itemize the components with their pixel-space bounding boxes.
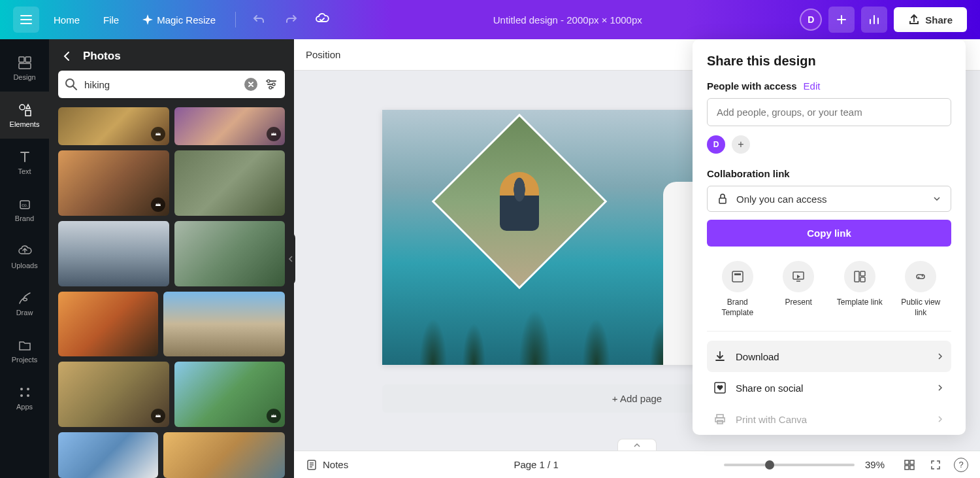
crown-icon	[270, 130, 278, 138]
premium-badge	[267, 127, 281, 141]
nav-design[interactable]: Design	[0, 44, 49, 92]
clear-search-button[interactable]	[244, 78, 257, 91]
zoom-percentage[interactable]: 39%	[865, 459, 891, 470]
svg-point-11	[66, 79, 74, 87]
svg-point-12	[267, 80, 270, 82]
photo-thumb[interactable]	[58, 107, 169, 145]
share-social-option[interactable]: Share on social	[707, 372, 951, 403]
photo-thumb[interactable]	[174, 150, 286, 216]
user-avatar[interactable]: D	[800, 9, 822, 31]
undo-button[interactable]	[246, 7, 272, 33]
magic-resize-menu-item[interactable]: Magic Resize	[133, 9, 225, 31]
expand-pages-tab[interactable]	[617, 439, 657, 451]
photo-row	[58, 432, 285, 478]
access-level-text: Only you can access	[736, 194, 826, 205]
nav-text[interactable]: Text	[0, 139, 49, 186]
panel-title: Photos	[83, 50, 121, 63]
premium-badge	[151, 197, 165, 212]
top-left-group: Home File Magic Resize	[13, 7, 335, 33]
template-link-option[interactable]: Template link	[834, 261, 886, 318]
nav-uploads[interactable]: Uploads	[0, 233, 49, 280]
nav-projects[interactable]: Projects	[0, 327, 49, 374]
cloud-check-icon	[315, 12, 329, 27]
grid-view-button[interactable]	[902, 457, 917, 473]
svg-rect-29	[715, 418, 725, 422]
download-option[interactable]: Download	[707, 341, 951, 372]
notes-icon	[306, 459, 318, 471]
link-icon	[913, 269, 928, 284]
photo-thumb[interactable]	[174, 221, 286, 286]
text-icon	[17, 149, 33, 165]
public-view-option[interactable]: Public view link	[894, 261, 947, 318]
help-button[interactable]: ?	[954, 458, 968, 472]
search-box	[58, 71, 285, 98]
redo-button[interactable]	[278, 7, 304, 33]
photo-thumb[interactable]	[58, 150, 169, 216]
file-menu-item[interactable]: File	[94, 9, 128, 31]
photo-thumb[interactable]	[58, 221, 169, 286]
template-link-icon	[853, 269, 867, 284]
svg-rect-26	[860, 277, 865, 282]
svg-rect-19	[910, 466, 914, 469]
zoom-slider[interactable]	[724, 464, 855, 466]
share-panel-inner: Share this design People with access Edi…	[693, 39, 966, 435]
share-user-avatar[interactable]: D	[707, 135, 725, 154]
add-person-button[interactable]: +	[732, 135, 750, 154]
collapse-panel-button[interactable]	[286, 233, 295, 285]
nav-apps-label: Apps	[16, 403, 33, 411]
copy-link-button[interactable]: Copy link	[707, 220, 951, 247]
photo-thumb[interactable]	[163, 432, 285, 478]
photo-thumb[interactable]	[174, 362, 286, 427]
back-arrow-icon[interactable]	[61, 50, 74, 63]
photo-thumb[interactable]	[174, 107, 286, 145]
notes-button[interactable]: Notes	[306, 459, 348, 471]
share-button[interactable]: Share	[894, 7, 967, 32]
chevron-up-icon	[633, 443, 641, 448]
svg-rect-18	[905, 466, 909, 469]
photo-row	[58, 362, 285, 427]
brand-template-option[interactable]: Brand Template	[711, 261, 764, 318]
elements-icon	[17, 102, 33, 118]
zoom-slider-thumb[interactable]	[765, 460, 774, 469]
brand-template-label: Brand Template	[711, 298, 764, 318]
top-bar: Home File Magic Resize Untitled design -…	[0, 0, 980, 39]
nav-brand[interactable]: co. Brand	[0, 186, 49, 233]
svg-point-10	[27, 394, 29, 397]
access-level-dropdown[interactable]: Only you can access	[707, 186, 951, 212]
position-button[interactable]: Position	[306, 49, 340, 60]
brand-icon: co.	[17, 196, 33, 212]
nav-elements[interactable]: Elements	[0, 92, 49, 139]
print-label: Print with Canva	[736, 414, 807, 425]
filter-icon[interactable]	[264, 77, 278, 92]
share-options-row: Brand Template Present Template link Pub…	[707, 261, 951, 332]
svg-point-7	[20, 388, 23, 390]
search-input[interactable]	[84, 79, 238, 90]
add-people-input[interactable]	[707, 98, 951, 126]
search-icon	[65, 78, 78, 91]
edit-access-link[interactable]: Edit	[804, 80, 821, 92]
print-option[interactable]: Print with Canva	[707, 403, 951, 435]
present-option[interactable]: Present	[772, 261, 825, 318]
fullscreen-button[interactable]	[928, 457, 943, 473]
analytics-button[interactable]	[861, 7, 887, 33]
heart-icon	[713, 381, 727, 394]
template-icon	[730, 269, 745, 284]
hamburger-icon	[20, 13, 33, 26]
home-menu-item[interactable]: Home	[44, 9, 89, 31]
photo-thumb[interactable]	[58, 362, 169, 427]
svg-rect-20	[719, 198, 726, 203]
photo-thumb[interactable]	[163, 292, 285, 357]
cloud-sync-button[interactable]	[309, 7, 335, 33]
crown-icon	[154, 412, 162, 420]
page-indicator[interactable]: Page 1 / 1	[359, 459, 713, 470]
uploads-icon	[17, 243, 33, 259]
nav-apps[interactable]: Apps	[0, 374, 49, 421]
share-panel: Share this design People with access Edi…	[693, 39, 966, 435]
hamburger-menu-button[interactable]	[13, 7, 39, 33]
nav-draw[interactable]: Draw	[0, 280, 49, 327]
photo-thumb[interactable]	[58, 292, 158, 357]
photo-thumb[interactable]	[58, 432, 158, 478]
add-member-button[interactable]	[828, 7, 855, 33]
grid-icon	[904, 459, 915, 471]
design-title[interactable]: Untitled design - 2000px × 1000px	[493, 14, 642, 26]
